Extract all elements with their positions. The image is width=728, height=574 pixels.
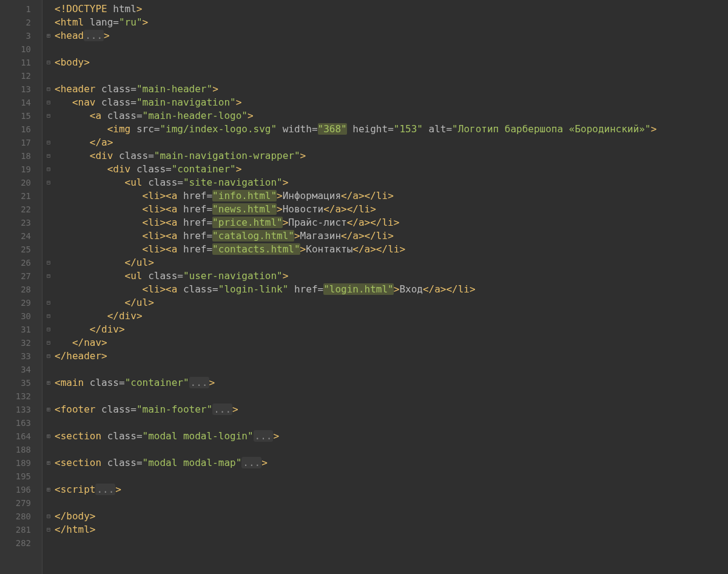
code-line[interactable] <box>55 363 728 376</box>
code-line[interactable]: <div class="main-navigation-wrapper"> <box>55 149 728 163</box>
code-line[interactable]: <ul class="user-navigation"> <box>55 269 728 283</box>
code-line[interactable]: </html> <box>55 523 728 536</box>
token-s: "login-link" <box>218 283 289 295</box>
code-line[interactable]: </nav> <box>55 336 728 349</box>
fold-collapse-icon[interactable]: ⊟ <box>42 510 55 523</box>
code-line[interactable] <box>55 416 728 430</box>
code-line[interactable] <box>55 42 728 56</box>
code-line[interactable] <box>55 390 728 403</box>
fold-collapse-icon[interactable]: ⊟ <box>42 269 55 283</box>
fold-empty <box>42 283 55 296</box>
code-line[interactable]: </ul> <box>55 256 728 269</box>
fold-expand-icon[interactable]: ⊞ <box>42 483 55 496</box>
fold-expand-icon[interactable]: ⊞ <box>42 456 55 470</box>
token-fold: ... <box>212 403 232 415</box>
code-line[interactable] <box>55 443 728 456</box>
code-line[interactable]: </ul> <box>55 296 728 309</box>
fold-collapse-icon[interactable]: ⊟ <box>42 256 55 269</box>
line-number: 34 <box>0 363 42 376</box>
fold-collapse-icon[interactable]: ⊟ <box>42 163 55 176</box>
line-number: 196 <box>0 483 42 496</box>
code-line[interactable] <box>55 496 728 510</box>
code-line[interactable]: <li><a href="news.html">Новости</a></li> <box>55 203 728 216</box>
token-p: </ <box>125 297 136 308</box>
code-line[interactable]: </div> <box>55 309 728 323</box>
code-line[interactable]: <li><a class="login-link" href="login.ht… <box>55 283 728 296</box>
token-t: header <box>66 350 101 362</box>
fold-expand-icon[interactable]: ⊞ <box>42 430 55 443</box>
line-number: 10 <box>0 42 42 56</box>
token-eq: = <box>212 283 218 295</box>
fold-collapse-icon[interactable]: ⊟ <box>42 336 55 349</box>
fold-expand-icon[interactable]: ⊞ <box>42 376 55 390</box>
token-a: class <box>148 270 177 282</box>
fold-collapse-icon[interactable]: ⊟ <box>42 309 55 323</box>
fold-expand-icon[interactable]: ⊞ <box>42 29 55 42</box>
line-number: 30 <box>0 309 42 323</box>
token-a: href <box>183 190 207 201</box>
token-t: li <box>148 217 160 228</box>
token-eq: = <box>388 123 394 135</box>
code-line[interactable] <box>55 536 728 550</box>
code-line[interactable]: <li><a href="catalog.html">Магазин</a></… <box>55 229 728 243</box>
line-number: 23 <box>0 216 42 229</box>
token-t: ul <box>130 177 148 188</box>
code-line[interactable]: <img src="img/index-logo.svg" width="368… <box>55 123 728 136</box>
line-number: 16 <box>0 123 42 136</box>
fold-column[interactable]: ⊞⊟⊟⊟⊟⊟⊟⊟⊟⊟⊟⊟⊟⊟⊟⊟⊞⊞⊞⊞⊞⊟⊟ <box>42 0 55 574</box>
fold-collapse-icon[interactable]: ⊟ <box>42 96 55 109</box>
token-eq: = <box>130 96 136 108</box>
code-line[interactable]: <footer class="main-footer"...> <box>55 403 728 416</box>
line-number: 279 <box>0 496 42 510</box>
token-p: </ <box>125 257 136 268</box>
code-editor[interactable]: 1231011121314151617181920212223242526272… <box>0 0 728 574</box>
fold-collapse-icon[interactable]: ⊟ <box>42 109 55 123</box>
fold-collapse-icon[interactable]: ⊟ <box>42 136 55 149</box>
code-line[interactable]: <ul class="site-navigation"> <box>55 176 728 189</box>
token-p: > <box>148 297 154 308</box>
code-line[interactable]: <script...> <box>55 483 728 496</box>
code-line[interactable]: <html lang="ru"> <box>55 16 728 29</box>
code-line[interactable]: <main class="container"...> <box>55 376 728 390</box>
token-p: > <box>232 403 238 415</box>
code-line[interactable] <box>55 470 728 483</box>
code-line[interactable]: <!DOCTYPE html> <box>55 2 728 16</box>
token-a: class <box>148 177 177 188</box>
token-fold: ... <box>84 30 104 41</box>
code-line[interactable]: <div class="container"> <box>55 163 728 176</box>
code-line[interactable]: <li><a href="info.html">Информация</a></… <box>55 189 728 203</box>
fold-expand-icon[interactable]: ⊞ <box>42 403 55 416</box>
token-eq: = <box>119 377 125 388</box>
fold-collapse-icon[interactable]: ⊟ <box>42 523 55 536</box>
fold-collapse-icon[interactable]: ⊟ <box>42 149 55 163</box>
fold-collapse-icon[interactable]: ⊟ <box>42 296 55 309</box>
token-s: "modal modal-map" <box>143 457 242 468</box>
code-line[interactable]: </div> <box>55 323 728 336</box>
code-line[interactable]: <body> <box>55 56 728 69</box>
fold-collapse-icon[interactable]: ⊟ <box>42 176 55 189</box>
code-line[interactable]: <section class="modal modal-map"...> <box>55 456 728 470</box>
token-t: img <box>113 123 136 135</box>
code-line[interactable]: </a> <box>55 136 728 149</box>
token-t: a <box>434 283 440 295</box>
fold-collapse-icon[interactable]: ⊟ <box>42 56 55 69</box>
token-t: section <box>61 457 107 468</box>
code-line[interactable] <box>55 69 728 83</box>
code-line[interactable]: <header class="main-header"> <box>55 83 728 96</box>
code-line[interactable]: <nav class="main-navigation"> <box>55 96 728 109</box>
code-line[interactable]: </header> <box>55 349 728 363</box>
code-line[interactable]: <li><a href="price.html">Прайс-лист</a><… <box>55 216 728 229</box>
code-line[interactable]: </body> <box>55 510 728 523</box>
code-line[interactable]: <section class="modal modal-login"...> <box>55 430 728 443</box>
token-a: class <box>107 110 136 121</box>
fold-collapse-icon[interactable]: ⊟ <box>42 349 55 363</box>
line-number: 21 <box>0 189 42 203</box>
code-line[interactable]: <a class="main-header-logo"> <box>55 109 728 123</box>
code-line[interactable]: <head...> <box>55 29 728 42</box>
fold-collapse-icon[interactable]: ⊟ <box>42 323 55 336</box>
token-a: html <box>113 3 136 15</box>
fold-collapse-icon[interactable]: ⊟ <box>42 83 55 96</box>
code-line[interactable]: <li><a href="contacts.html">Контакты</a>… <box>55 243 728 256</box>
token-t: a <box>172 190 183 201</box>
code-area[interactable]: <!DOCTYPE html><html lang="ru"><head...>… <box>55 0 728 550</box>
